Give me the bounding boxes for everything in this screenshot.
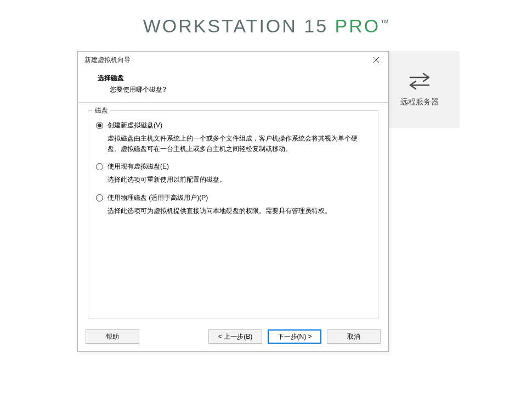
wizard-content: 磁盘 创建新虚拟磁盘(V) 虚拟磁盘由主机文件系统上的一个或多个文件组成，客户机… <box>78 103 388 324</box>
radio-use-physical-disk[interactable]: 使用物理磁盘 (适用于高级用户)(P) <box>96 193 370 203</box>
radio-label: 创建新虚拟磁盘(V) <box>107 121 162 130</box>
new-vm-wizard-dialog: 新建虚拟机向导 选择磁盘 您要使用哪个磁盘? 磁盘 创建新虚拟磁盘(V) 虚拟磁… <box>77 51 389 352</box>
radio-use-existing-disk[interactable]: 使用现有虚拟磁盘(E) <box>96 162 370 171</box>
option-use-existing-disk: 使用现有虚拟磁盘(E) 选择此选项可重新使用以前配置的磁盘。 <box>96 162 370 185</box>
transfer-icon <box>407 72 432 91</box>
radio-description: 虚拟磁盘由主机文件系统上的一个或多个文件组成，客户机操作系统会将其视为单个硬盘。… <box>96 133 370 154</box>
app-title-prefix: WORKSTATION 15 <box>143 15 335 36</box>
dialog-title: 新建虚拟机向导 <box>84 55 131 65</box>
app-title-suffix: PRO <box>335 15 381 36</box>
close-icon <box>373 57 379 63</box>
wizard-button-row: 帮助 < 上一步(B) 下一步(N) > 取消 <box>78 324 388 351</box>
radio-description: 选择此选项可重新使用以前配置的磁盘。 <box>96 175 370 185</box>
radio-label: 使用物理磁盘 (适用于高级用户)(P) <box>107 193 208 203</box>
disk-groupbox: 磁盘 创建新虚拟磁盘(V) 虚拟磁盘由主机文件系统上的一个或多个文件组成，客户机… <box>88 110 378 318</box>
cancel-button[interactable]: 取消 <box>327 329 381 344</box>
remote-server-label: 远程服务器 <box>400 97 439 107</box>
trademark-symbol: ™ <box>380 18 389 27</box>
back-button[interactable]: < 上一步(B) <box>208 329 262 344</box>
option-create-new-disk: 创建新虚拟磁盘(V) 虚拟磁盘由主机文件系统上的一个或多个文件组成，客户机操作系… <box>96 121 370 154</box>
option-use-physical-disk: 使用物理磁盘 (适用于高级用户)(P) 选择此选项可为虚拟机提供直接访问本地硬盘… <box>96 193 370 216</box>
radio-label: 使用现有虚拟磁盘(E) <box>107 162 169 171</box>
radio-description: 选择此选项可为虚拟机提供直接访问本地硬盘的权限。需要具有管理员特权。 <box>96 206 370 216</box>
app-title: WORKSTATION 15 PRO™ <box>0 15 532 37</box>
help-button[interactable]: 帮助 <box>86 329 139 344</box>
radio-indicator <box>96 163 103 170</box>
wizard-step-title: 选择磁盘 <box>98 74 377 83</box>
groupbox-legend: 磁盘 <box>93 106 110 115</box>
remote-server-card[interactable]: 远程服务器 <box>380 51 460 128</box>
next-button[interactable]: 下一步(N) > <box>268 329 321 344</box>
wizard-step-subtitle: 您要使用哪个磁盘? <box>98 85 377 94</box>
radio-create-new-disk[interactable]: 创建新虚拟磁盘(V) <box>96 121 370 130</box>
close-button[interactable] <box>369 54 384 66</box>
dialog-titlebar: 新建虚拟机向导 <box>78 52 388 68</box>
radio-indicator <box>96 122 103 129</box>
radio-indicator <box>96 194 103 201</box>
wizard-header: 选择磁盘 您要使用哪个磁盘? <box>78 68 388 102</box>
